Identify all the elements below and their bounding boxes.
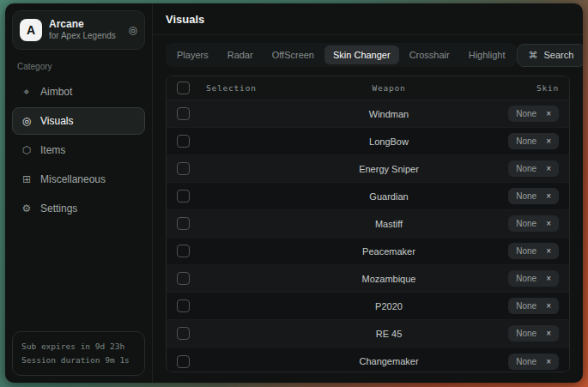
sidebar-item-label: Aimbot (40, 86, 72, 98)
target-icon[interactable]: ◎ (129, 24, 137, 36)
skin-select-chip[interactable]: None × (508, 160, 559, 177)
sub-expiry-text: Sub expires in 9d 23h (21, 340, 136, 354)
category-label: Category (17, 62, 140, 71)
command-shortcut-icon: ⌘ (529, 50, 538, 61)
sidebar-item-label: Miscellaneous (40, 173, 106, 185)
clear-skin-icon[interactable]: × (546, 164, 551, 173)
app-window: A Arcane for Apex Legends ◎ Category ⌖ A… (5, 3, 583, 383)
weapon-name: Energy Sniper (300, 164, 477, 174)
skin-value-label: None (516, 274, 536, 283)
row-checkbox[interactable] (177, 190, 190, 203)
table-row: Mastiff None × (167, 210, 569, 238)
row-checkbox[interactable] (177, 162, 190, 175)
table-row: Mozambique None × (167, 265, 569, 293)
skin-value-label: None (516, 246, 536, 256)
skin-value-label: None (516, 219, 536, 228)
crosshair-icon: ⌖ (21, 86, 33, 98)
skin-select-chip[interactable]: None × (508, 215, 559, 232)
table-row: Changemaker None × (167, 348, 569, 372)
tab-radar[interactable]: Radar (219, 45, 262, 64)
sidebar-item-label: Items (40, 144, 65, 156)
row-checkbox[interactable] (177, 272, 190, 285)
page-title: Visuals (153, 3, 583, 35)
table-row: RE 45 None × (167, 320, 569, 348)
clear-skin-icon[interactable]: × (546, 329, 551, 338)
tab-highlight[interactable]: Highlight (460, 45, 514, 64)
row-checkbox[interactable] (177, 327, 190, 340)
clear-skin-icon[interactable]: × (546, 301, 551, 311)
table-row: P2020 None × (167, 293, 569, 320)
grid-icon: ⊞ (21, 173, 33, 185)
sidebar-item-items[interactable]: ⬡ Items (12, 136, 145, 164)
search-button-label: Search (544, 50, 574, 60)
app-subtitle: for Apex Legends (49, 31, 122, 42)
sidebar-item-visuals[interactable]: ◎ Visuals (12, 107, 145, 135)
select-all-checkbox[interactable] (177, 82, 190, 94)
tab-offscreen[interactable]: OffScreen (264, 45, 323, 64)
app-logo: A (20, 19, 42, 41)
skin-value-label: None (516, 357, 536, 366)
clear-skin-icon[interactable]: × (546, 274, 551, 283)
clear-skin-icon[interactable]: × (546, 357, 551, 366)
weapon-name: P2020 (300, 301, 477, 311)
tab-players[interactable]: Players (168, 45, 217, 64)
skin-select-chip[interactable]: None × (508, 325, 559, 342)
row-checkbox[interactable] (177, 217, 190, 230)
tab-strip: Players Radar OffScreen Skin Changer Cro… (166, 43, 517, 67)
skin-column-header: Skin (477, 83, 559, 93)
table-row: Guardian None × (167, 183, 569, 210)
skin-select-chip[interactable]: None × (508, 133, 559, 149)
clear-skin-icon[interactable]: × (546, 191, 551, 201)
table-row: LongBow None × (167, 128, 569, 155)
table-row: Peacemaker None × (167, 238, 569, 265)
skin-value-label: None (516, 191, 536, 201)
skin-select-chip[interactable]: None × (508, 354, 559, 370)
sidebar-item-settings[interactable]: ⚙ Settings (12, 195, 145, 222)
skin-select-chip[interactable]: None × (508, 243, 559, 259)
row-checkbox[interactable] (177, 245, 190, 257)
subscription-info: Sub expires in 9d 23h Session duration 9… (12, 331, 145, 376)
tab-crosshair[interactable]: Crosshair (401, 45, 458, 64)
row-checkbox[interactable] (177, 107, 190, 120)
table-header-row: Selection Weapon Skin (167, 76, 569, 100)
sidebar-item-aimbot[interactable]: ⌖ Aimbot (12, 78, 145, 106)
clear-skin-icon[interactable]: × (546, 219, 551, 228)
search-button[interactable]: ⌘ Search (517, 44, 583, 67)
weapon-name: Mastiff (300, 219, 477, 229)
clear-skin-icon[interactable]: × (546, 246, 551, 256)
table-body: Windman None × LongBow (167, 100, 569, 372)
skin-select-chip[interactable]: None × (508, 270, 559, 287)
sidebar-item-label: Settings (40, 203, 77, 215)
app-name: Arcane (49, 18, 122, 31)
weapon-name: Changemaker (300, 356, 477, 366)
eye-icon: ◎ (21, 115, 33, 127)
tab-skin-changer[interactable]: Skin Changer (324, 45, 399, 64)
box-icon: ⬡ (21, 144, 33, 156)
weapon-name: LongBow (300, 136, 477, 147)
sidebar-nav: ⌖ Aimbot ◎ Visuals ⬡ Items ⊞ Miscellaneo… (12, 76, 145, 224)
sidebar-item-miscellaneous[interactable]: ⊞ Miscellaneous (12, 166, 145, 193)
skin-select-chip[interactable]: None × (508, 298, 559, 314)
brand-card: A Arcane for Apex Legends ◎ (12, 10, 145, 50)
selection-column-header: Selection (206, 83, 300, 93)
weapon-name: RE 45 (300, 329, 477, 339)
sidebar-item-label: Visuals (40, 115, 73, 127)
weapon-name: Peacemaker (300, 246, 477, 257)
skin-value-label: None (516, 136, 536, 146)
skin-select-chip[interactable]: None × (508, 106, 559, 122)
row-checkbox[interactable] (177, 355, 190, 368)
sidebar: A Arcane for Apex Legends ◎ Category ⌖ A… (5, 3, 153, 383)
weapon-column-header: Weapon (300, 83, 477, 93)
clear-skin-icon[interactable]: × (546, 109, 551, 118)
skin-select-chip[interactable]: None × (508, 188, 559, 204)
table-row: Energy Sniper None × (167, 155, 569, 183)
weapon-name: Windman (300, 109, 477, 119)
skin-value-label: None (516, 109, 536, 118)
skin-value-label: None (516, 301, 536, 311)
row-checkbox[interactable] (177, 135, 190, 148)
session-duration-text: Session duration 9m 1s (21, 354, 136, 367)
clear-skin-icon[interactable]: × (546, 136, 551, 146)
gear-icon: ⚙ (21, 203, 33, 215)
table-row: Windman None × (167, 100, 569, 128)
row-checkbox[interactable] (177, 299, 190, 312)
